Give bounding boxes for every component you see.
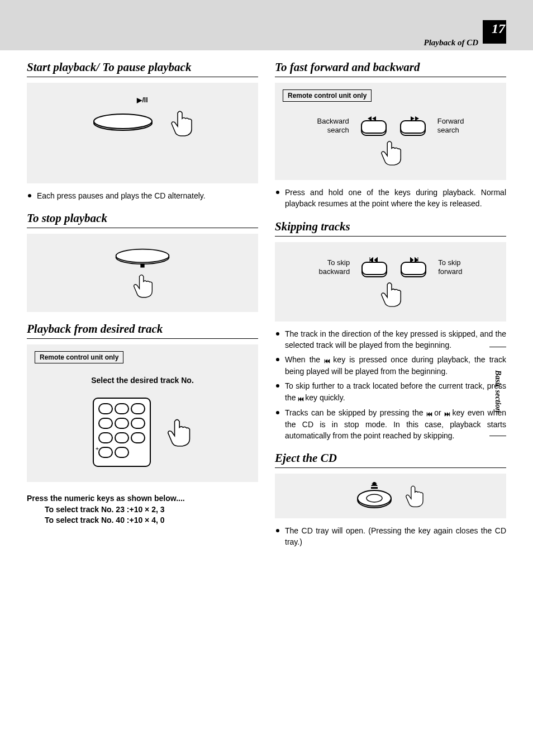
instr-lead: Press the numeric keys as shown below...…	[27, 493, 258, 504]
eject-button-icon	[355, 482, 394, 510]
skip-back-icon: ⏮	[324, 357, 329, 366]
svg-rect-23	[362, 262, 387, 275]
illus-ff-rw: Remote control unit only Backward search…	[275, 83, 506, 180]
label-skip-back-l2: backward	[319, 267, 350, 276]
heading-skipping: Skipping tracks	[275, 220, 506, 237]
label-forward-l1: Forward	[437, 117, 464, 126]
bullet-text: The CD tray will open. (Pressing the key…	[275, 525, 506, 548]
svg-rect-15	[99, 447, 112, 457]
svg-text:+: +	[96, 446, 99, 452]
label-backward-l2: search	[317, 126, 349, 135]
skip-back-icon: ⏮	[426, 410, 431, 419]
svg-rect-21	[401, 121, 425, 133]
bullet-text: To skip further to a track located befor…	[275, 380, 506, 403]
hand-press-icon	[377, 280, 404, 308]
svg-rect-14	[131, 433, 145, 443]
heading-start-playback: Start playback/ To pause playback	[27, 60, 258, 77]
numeric-keypad-icon: +	[91, 396, 153, 469]
svg-rect-7	[115, 404, 129, 414]
heading-eject: Eject the CD	[275, 451, 506, 468]
hand-press-icon	[377, 139, 404, 167]
illus-eject	[275, 474, 506, 518]
label-skip-fwd-l1: To skip	[438, 258, 462, 267]
svg-rect-25	[401, 262, 426, 275]
page-number: 17	[492, 21, 505, 36]
breadcrumb: Playback of CD	[424, 38, 478, 48]
bullet-text: Press and hold one of the keys during pl…	[275, 187, 506, 210]
bullet-text: Tracks can be skipped by pressing the ⏮ …	[275, 407, 506, 442]
bullets-eject: The CD tray will open. (Pressing the key…	[275, 525, 506, 548]
bullet-text: Each press pauses and plays the CD alter…	[27, 190, 258, 201]
label-skip-fwd-l2: forward	[438, 267, 462, 276]
bullets-ff-rw: Press and hold one of the keys during pl…	[275, 187, 506, 210]
skip-fwd-icon: ⏭	[444, 410, 449, 419]
stop-button-icon	[109, 247, 176, 268]
svg-rect-4	[140, 264, 144, 268]
svg-rect-12	[99, 433, 112, 443]
heading-desired-track: Playback from desired track	[27, 322, 258, 339]
select-track-label: Select the desired track No.	[35, 376, 250, 385]
svg-point-28	[367, 494, 382, 502]
play-button-icon	[89, 112, 156, 134]
hand-press-icon	[128, 272, 157, 299]
svg-rect-11	[131, 418, 145, 428]
svg-rect-6	[99, 404, 112, 414]
hand-press-icon	[163, 417, 194, 448]
illus-stop	[27, 234, 258, 312]
heading-ff-rw: To fast forward and backward	[275, 60, 506, 77]
skip-back-button-icon	[360, 256, 389, 279]
svg-rect-19	[361, 121, 386, 133]
forward-button-icon	[398, 114, 427, 138]
left-column: Start playback/ To pause playback ▶/II E…	[27, 60, 258, 551]
remote-only-note: Remote control unit only	[283, 89, 372, 102]
svg-rect-16	[115, 447, 129, 457]
hand-press-icon	[166, 108, 196, 138]
hand-press-icon	[402, 484, 426, 508]
heading-stop-playback: To stop playback	[27, 211, 258, 228]
bullet-text: When the ⏮ key is pressed once during pl…	[275, 354, 506, 377]
svg-rect-13	[115, 433, 129, 443]
bullet-text: The track in the direction of the key pr…	[275, 328, 506, 351]
rewind-button-icon	[359, 114, 388, 138]
svg-rect-10	[115, 418, 129, 428]
remote-only-note: Remote control unit only	[35, 351, 123, 363]
skip-fwd-button-icon	[399, 256, 428, 279]
bullets-play-pause: Each press pauses and plays the CD alter…	[27, 190, 258, 201]
right-column: To fast forward and backward Remote cont…	[275, 60, 506, 551]
label-forward-l2: search	[437, 126, 464, 135]
numeric-instructions: Press the numeric keys as shown below...…	[27, 493, 258, 526]
label-backward-l1: Backward	[317, 117, 349, 126]
illus-play-pause: ▶/II	[27, 83, 258, 183]
svg-point-3	[116, 249, 169, 263]
label-skip-back-l1: To skip	[319, 258, 350, 267]
svg-rect-8	[131, 404, 145, 414]
illus-skipping: To skip backward To skip forward	[275, 242, 506, 322]
play-pause-symbol-label: ▶/II	[137, 96, 147, 104]
bullets-skipping: The track in the direction of the key pr…	[275, 328, 506, 442]
svg-rect-9	[99, 418, 112, 428]
illus-desired-track: Remote control unit only Select the desi…	[27, 344, 258, 482]
instr-line-1: To select track No. 23 :+10 × 2, 3	[27, 504, 258, 516]
svg-point-1	[94, 114, 152, 129]
instr-line-2: To select track No. 40 :+10 × 4, 0	[27, 515, 258, 526]
skip-back-icon: ⏮	[298, 395, 303, 404]
content-columns: Start playback/ To pause playback ▶/II E…	[27, 60, 506, 551]
